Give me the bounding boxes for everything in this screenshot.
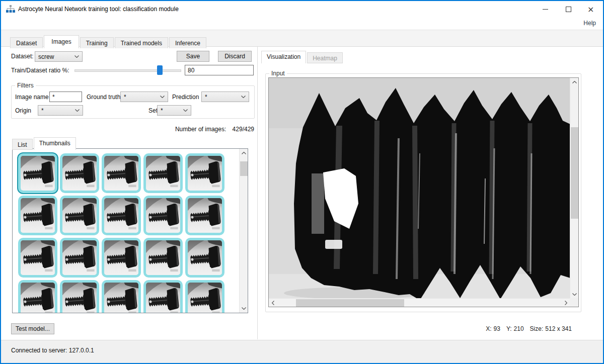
help-menu-item[interactable]: Help: [583, 17, 596, 30]
thumbnail-item[interactable]: [185, 280, 224, 313]
thumbnail-item[interactable]: [18, 196, 57, 235]
close-button[interactable]: ×: [580, 1, 603, 17]
thumbnail-item[interactable]: [18, 280, 57, 313]
ratio-slider-track[interactable]: [74, 69, 181, 72]
input-visualization-image[interactable]: [269, 78, 570, 299]
discard-button[interactable]: Discard: [218, 51, 252, 62]
screw-thumbnail-image: [62, 198, 97, 233]
image-name-value: *: [52, 94, 55, 101]
thumbnail-item[interactable]: [18, 238, 57, 278]
screw-thumbnail-image: [62, 283, 97, 313]
image-name-label: Image name: [15, 94, 49, 101]
chevron-down-icon: [74, 55, 79, 58]
screw-thumbnail-image: [21, 198, 55, 233]
tab-dataset[interactable]: Dataset: [10, 37, 43, 48]
set-combobox[interactable]: *: [157, 105, 191, 116]
thumbnail-item[interactable]: [185, 238, 224, 278]
cursor-status: X:93Y:210Size:512 x 341: [484, 325, 572, 332]
prediction-combobox[interactable]: *: [201, 92, 249, 102]
image-horizontal-scrollbar[interactable]: [269, 298, 570, 307]
scroll-down-button[interactable]: [570, 290, 579, 299]
thumbnail-item[interactable]: [102, 196, 141, 235]
chevron-left-icon: [272, 301, 274, 305]
thumbnail-item[interactable]: [143, 196, 183, 235]
thumbnail-item[interactable]: [143, 280, 183, 313]
screw-thumbnail-image: [21, 240, 55, 275]
origin-combobox[interactable]: *: [38, 105, 83, 116]
close-icon: ×: [587, 5, 594, 14]
scroll-down-button[interactable]: [240, 304, 248, 313]
prediction-label: Prediction: [172, 94, 199, 101]
image-name-input[interactable]: *: [49, 92, 82, 102]
thumbnail-item[interactable]: [60, 238, 99, 278]
thumbnail-item[interactable]: [185, 196, 224, 235]
thumbnail-item[interactable]: [102, 280, 141, 313]
dataset-combobox[interactable]: screw: [35, 51, 83, 62]
image-count-label: Number of images:: [175, 126, 226, 133]
ground-truth-label: Ground truth: [87, 94, 120, 101]
dataset-label: Dataset:: [11, 53, 34, 60]
ratio-slider[interactable]: [74, 65, 181, 75]
screw-thumbnail-image: [62, 156, 97, 191]
thumbnail-item[interactable]: [18, 153, 57, 193]
vertical-scrollbar-thumb[interactable]: [571, 127, 578, 219]
scrollbar-corner: [570, 298, 578, 307]
origin-label: Origin: [15, 107, 31, 114]
visualization-viewport[interactable]: [268, 77, 579, 307]
screw-thumbnail-image: [188, 283, 222, 313]
tab-trained-models[interactable]: Trained models: [115, 37, 168, 48]
minimize-button[interactable]: [534, 1, 557, 17]
save-button[interactable]: Save: [177, 51, 209, 62]
thumbnail-item[interactable]: [60, 153, 99, 193]
vertical-scrollbar-thumb[interactable]: [240, 161, 248, 176]
tab-thumbnails[interactable]: Thumbnails: [34, 137, 76, 150]
screw-thumbnail-image: [104, 240, 138, 275]
visualization-tab-strip: Visualization Heatmap: [261, 51, 343, 63]
filters-group-title: Filters: [15, 82, 36, 89]
panel-divider: [257, 46, 258, 339]
screw-thumbnail-image: [146, 198, 180, 233]
scroll-left-button[interactable]: [269, 299, 277, 307]
image-vertical-scrollbar[interactable]: [570, 78, 578, 299]
thumbnail-item[interactable]: [185, 153, 224, 193]
thumbnails-panel: [12, 148, 248, 313]
tab-heatmap[interactable]: Heatmap: [307, 52, 343, 63]
ratio-slider-thumb[interactable]: [157, 65, 163, 75]
menu-row: Help: [1, 17, 603, 30]
screw-thumbnail-image: [188, 156, 222, 191]
tab-training[interactable]: Training: [80, 37, 114, 48]
thumbnail-item[interactable]: [60, 196, 99, 235]
tab-images[interactable]: Images: [44, 35, 79, 48]
thumbnail-item[interactable]: [143, 153, 183, 193]
scroll-right-button[interactable]: [562, 299, 570, 307]
ground-truth-combobox[interactable]: *: [120, 92, 168, 102]
minimize-icon: [543, 9, 548, 10]
title-bar[interactable]: Astrocyte Neural Network training tool: …: [1, 1, 603, 17]
thumbnail-item[interactable]: [102, 238, 141, 278]
app-window: Astrocyte Neural Network training tool: …: [0, 0, 604, 364]
input-group-title: Input: [269, 70, 287, 77]
tab-list[interactable]: List: [12, 139, 33, 150]
connection-status: Connected to server: 127.0.0.1: [11, 347, 94, 354]
cursor-x-value: 93: [494, 325, 500, 332]
window-title: Astrocyte Neural Network training tool: …: [18, 1, 179, 17]
tab-inference[interactable]: Inference: [169, 37, 206, 48]
tab-visualization[interactable]: Visualization: [261, 51, 306, 63]
test-model-button[interactable]: Test model...: [11, 323, 54, 334]
thumbnail-item[interactable]: [60, 280, 99, 313]
maximize-button[interactable]: [557, 1, 580, 17]
ratio-label: Train/Dataset ratio %:: [11, 67, 69, 74]
cursor-x-label: X:: [486, 325, 491, 332]
thumbnails-vertical-scrollbar[interactable]: [239, 149, 248, 313]
ratio-input[interactable]: 80: [185, 65, 254, 75]
thumbnail-item[interactable]: [143, 238, 183, 278]
scroll-up-button[interactable]: [240, 149, 248, 157]
set-value: *: [161, 107, 163, 114]
chevron-right-icon: [565, 301, 567, 305]
scroll-up-button[interactable]: [570, 78, 579, 86]
horizontal-scrollbar-thumb[interactable]: [296, 299, 404, 307]
thumbnail-item[interactable]: [102, 153, 141, 193]
image-count-value: 429/429: [233, 126, 254, 133]
chevron-down-icon: [572, 293, 577, 296]
chevron-down-icon: [160, 96, 165, 98]
